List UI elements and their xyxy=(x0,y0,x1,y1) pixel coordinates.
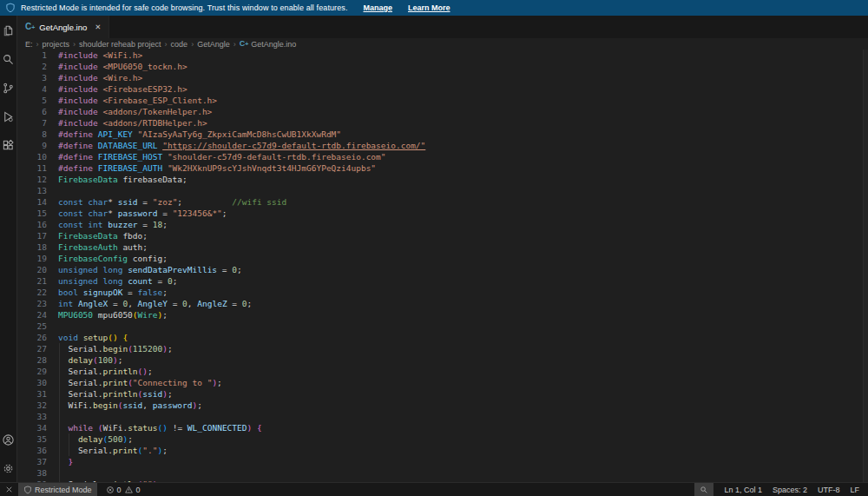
line-number: 27 xyxy=(17,343,47,354)
code-line[interactable]: 27 Serial.begin(115200); xyxy=(17,343,868,354)
code-token: WiFi xyxy=(68,400,88,410)
code-line[interactable]: 3#include <Wire.h> xyxy=(17,72,868,83)
indent-guide xyxy=(59,343,60,354)
remote-indicator-icon[interactable] xyxy=(0,483,18,496)
code-line[interactable]: 38 xyxy=(17,467,868,479)
code-token: ; xyxy=(168,389,173,399)
code-line[interactable]: 28 delay(100); xyxy=(17,354,868,366)
code-line[interactable]: 9#define DATABASE_URL "https://shoulder-… xyxy=(17,140,868,151)
cursor-position-status[interactable]: Ln 1, Col 1 xyxy=(719,483,767,496)
problems-status[interactable]: 0 0 xyxy=(101,483,146,496)
line-number: 4 xyxy=(17,83,47,95)
code-token: () xyxy=(108,333,117,342)
code-line[interactable]: 8#define API_KEY "AIzaSyAaTy6g_ZkpxiCamM… xyxy=(17,129,868,140)
code-line[interactable]: 37 } xyxy=(17,456,868,467)
indent-guide xyxy=(59,366,60,377)
source-control-icon[interactable] xyxy=(0,77,17,98)
restricted-mode-status[interactable]: Restricted Mode xyxy=(18,483,97,496)
code-token: sendDataPrevMillis xyxy=(128,265,217,274)
explorer-icon[interactable] xyxy=(0,20,17,41)
code-line[interactable]: 2#include <MPU6050_tockn.h> xyxy=(17,61,868,72)
code-line[interactable]: 18FirebaseAuth auth; xyxy=(17,241,868,253)
code-line[interactable]: 21unsigned long count = 0; xyxy=(17,275,868,287)
breadcrumb-segment[interactable]: projects xyxy=(43,40,70,49)
code-token: #include xyxy=(58,62,98,71)
code-line[interactable]: 14const char* ssid = "zoz"; //wifi ssid xyxy=(17,196,868,208)
search-status-icon[interactable] xyxy=(694,483,713,496)
code-token: FirebaseData xyxy=(58,231,118,241)
code-line[interactable]: 29 Serial.println(); xyxy=(17,366,868,377)
code-line[interactable]: 24MPU6050 mpu6050(Wire); xyxy=(17,309,868,321)
code-line[interactable]: 20unsigned long sendDataPrevMillis = 0; xyxy=(17,264,868,275)
tab-getangle-ino[interactable]: C+ GetAngle.ino ✕ xyxy=(17,16,109,38)
code-line[interactable]: 10#define FIREBASE_HOST "shoulder-c57d9-… xyxy=(17,151,868,162)
run-debug-icon[interactable] xyxy=(0,106,17,127)
code-line[interactable]: 13 xyxy=(17,185,868,196)
code-line[interactable]: 23int AngleX = 0, AngleY = 0, AngleZ = 0… xyxy=(17,298,868,309)
learn-more-link[interactable]: Learn More xyxy=(408,3,450,12)
encoding-status[interactable]: UTF-8 xyxy=(812,483,845,496)
code-line[interactable]: 1#include <WiFi.h> xyxy=(17,50,868,61)
vertical-scrollbar[interactable] xyxy=(863,50,868,482)
code-token: status xyxy=(128,423,157,433)
code-token: "123456&*" xyxy=(173,208,222,218)
code-line[interactable]: 17FirebaseData fbdo; xyxy=(17,230,868,241)
editor[interactable]: 1#include <WiFi.h>2#include <MPU6050_toc… xyxy=(17,50,868,482)
eol-status[interactable]: LF xyxy=(845,483,868,496)
code-token: 115200 xyxy=(133,344,162,354)
code-line[interactable]: 36 Serial.print("."); xyxy=(17,445,868,456)
close-icon[interactable]: ✕ xyxy=(95,23,101,31)
code-line[interactable]: 7#include <addons/RTDBHelper.h> xyxy=(17,117,868,129)
breadcrumb-file[interactable]: GetAngle.ino xyxy=(251,40,296,49)
indent-guide xyxy=(59,411,60,422)
indent-guide xyxy=(59,456,60,467)
indentation-status[interactable]: Spaces: 2 xyxy=(767,483,812,496)
line-number: 16 xyxy=(17,219,47,230)
code-line[interactable]: 19FirebaseConfig config; xyxy=(17,253,868,264)
breadcrumb-segment[interactable]: code xyxy=(171,40,188,49)
code-token: buzzer xyxy=(108,220,137,229)
line-number: 36 xyxy=(17,445,47,456)
code-line[interactable]: 11#define FIREBASE_AUTH "Wk2HXknUP9scYJs… xyxy=(17,162,868,174)
code-token: Serial xyxy=(68,389,97,399)
line-number: 26 xyxy=(17,332,47,343)
line-number: 14 xyxy=(17,196,47,208)
code-token xyxy=(58,344,68,354)
code-token: false xyxy=(138,288,163,297)
code-line[interactable]: 15const char* password = "123456&*"; xyxy=(17,208,868,219)
warning-count: 0 xyxy=(136,486,141,494)
accounts-icon[interactable] xyxy=(0,429,17,450)
settings-gear-icon[interactable] xyxy=(0,458,17,479)
code-line[interactable]: 6#include <addons/TokenHelper.h> xyxy=(17,106,868,117)
code-line[interactable]: 16const int buzzer = 18; xyxy=(17,219,868,230)
code-line[interactable]: 26void setup() { xyxy=(17,332,868,343)
line-number: 5 xyxy=(17,95,47,106)
search-icon[interactable] xyxy=(0,49,17,69)
code-line[interactable]: 35 delay(500); xyxy=(17,433,868,445)
code-line[interactable]: 12FirebaseData firebaseData; xyxy=(17,174,868,185)
code-token: password xyxy=(153,400,193,410)
code-line[interactable]: 22bool signupOK = false; xyxy=(17,287,868,298)
breadcrumb-segment[interactable]: E: xyxy=(25,40,33,49)
code-token: ; xyxy=(142,242,148,252)
code-line[interactable]: 31 Serial.println(ssid); xyxy=(17,388,868,400)
extensions-icon[interactable] xyxy=(0,135,17,155)
line-number: 33 xyxy=(17,411,47,422)
code-token: API_KEY xyxy=(98,129,133,139)
breadcrumb-segment[interactable]: GetAngle xyxy=(197,40,230,49)
breadcrumb-segment[interactable]: shoulder reheab project xyxy=(79,40,161,49)
code-token xyxy=(58,400,68,410)
code-line[interactable]: 25 xyxy=(17,321,868,332)
code-line[interactable]: 30 Serial.print("Connecting to "); xyxy=(17,377,868,388)
code-line[interactable]: 34 while (WiFi.status() != WL_CONNECTED)… xyxy=(17,422,868,433)
manage-link[interactable]: Manage xyxy=(364,3,393,12)
code-token: () xyxy=(138,367,148,376)
line-number: 12 xyxy=(17,174,47,185)
code-line[interactable]: 5#include <Firebase_ESP_Client.h> xyxy=(17,95,868,106)
code-token: #define xyxy=(58,152,93,162)
code-token: Serial xyxy=(78,446,108,455)
code-line[interactable]: 33 xyxy=(17,411,868,422)
code-token: () xyxy=(157,423,167,433)
code-line[interactable]: 32 WiFi.begin(ssid, password); xyxy=(17,400,868,411)
code-line[interactable]: 4#include <FirebaseESP32.h> xyxy=(17,83,868,95)
